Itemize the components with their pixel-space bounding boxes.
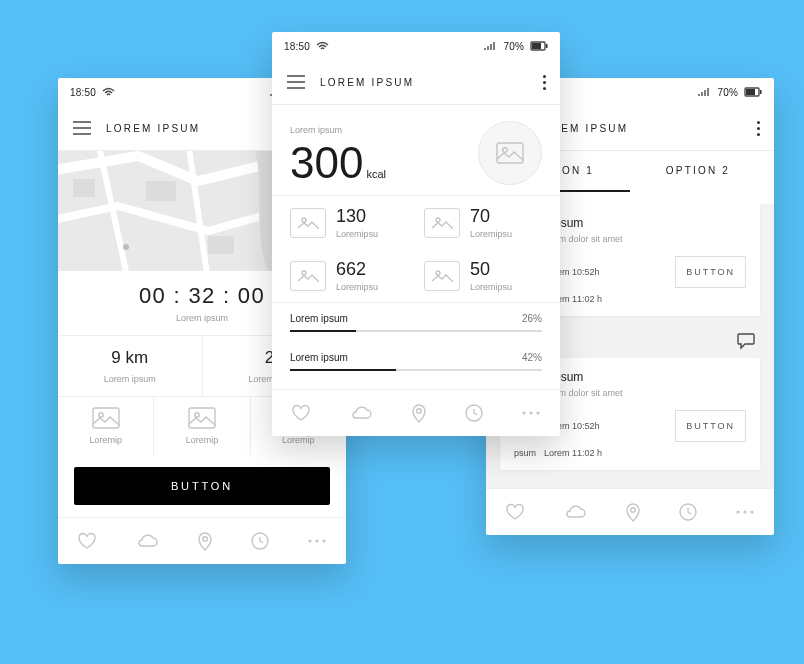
nav-clock-icon[interactable] [465, 404, 483, 422]
svg-rect-10 [189, 408, 215, 428]
svg-rect-4 [73, 179, 95, 197]
battery-icon [530, 41, 548, 51]
hero-label: Lorem ipsum [290, 125, 386, 135]
avatar-placeholder[interactable] [478, 121, 542, 185]
bottom-nav [486, 488, 774, 535]
svg-point-7 [123, 244, 129, 250]
stat-value: 70 [470, 206, 512, 227]
signal-icon [697, 87, 711, 97]
wifi-icon [102, 87, 115, 97]
image-placeholder-icon [424, 261, 460, 291]
svg-rect-5 [146, 181, 176, 201]
progress-item: Lorem ipsum42% [272, 342, 560, 381]
hero-unit: kcal [366, 168, 386, 180]
svg-rect-29 [546, 44, 548, 48]
nav-more-icon[interactable] [735, 509, 755, 515]
hamburger-icon[interactable] [72, 121, 92, 135]
image-placeholder-icon [424, 208, 460, 238]
app-header: LOREM IPSUM [272, 60, 560, 105]
nav-cloud-icon[interactable] [349, 405, 373, 421]
nav-more-icon[interactable] [307, 538, 327, 544]
card-button[interactable]: BUTTON [675, 256, 746, 288]
bottom-nav [272, 389, 560, 436]
nav-cloud-icon[interactable] [563, 504, 587, 520]
svg-rect-21 [760, 90, 762, 94]
svg-point-22 [631, 508, 636, 513]
progress-item: Lorem ipsum26% [272, 303, 560, 342]
stats-row: 130Loremipsu 70Loremipsu [272, 196, 560, 249]
svg-point-25 [743, 510, 746, 513]
wifi-icon [316, 41, 329, 51]
status-bar: 18:50 70% [272, 32, 560, 60]
svg-point-36 [417, 409, 422, 414]
svg-rect-30 [497, 143, 523, 163]
svg-point-33 [436, 218, 440, 222]
battery-icon [744, 87, 762, 97]
svg-point-26 [750, 510, 753, 513]
stats-row: 662Loremipsu 50Loremipsu [272, 249, 560, 302]
image-placeholder-icon [290, 208, 326, 238]
hamburger-icon[interactable] [286, 75, 306, 89]
kebab-icon[interactable] [543, 75, 546, 90]
svg-point-32 [302, 218, 306, 222]
svg-rect-28 [532, 43, 541, 49]
nav-heart-icon[interactable] [77, 532, 97, 550]
nav-pin-icon[interactable] [411, 403, 427, 423]
svg-point-14 [203, 537, 208, 542]
svg-point-9 [98, 413, 102, 417]
svg-point-40 [536, 411, 539, 414]
kebab-icon[interactable] [757, 121, 760, 136]
grid-item[interactable]: Loremip [153, 397, 249, 455]
svg-rect-6 [208, 236, 234, 254]
grid-item[interactable]: Loremip [58, 397, 153, 455]
signal-icon [483, 41, 497, 51]
phone-stats-screen: 18:50 70% LOREM IPSUM Lorem ipsum 300kca… [272, 32, 560, 436]
primary-button[interactable]: BUTTON [74, 467, 330, 505]
nav-pin-icon[interactable] [197, 531, 213, 551]
hero-section: Lorem ipsum 300kcal [272, 105, 560, 195]
nav-clock-icon[interactable] [251, 532, 269, 550]
svg-point-35 [436, 271, 440, 275]
stat-value: 662 [336, 259, 378, 280]
app-title: LOREM IPSUM [320, 77, 414, 88]
svg-point-18 [322, 539, 325, 542]
bottom-nav [58, 517, 346, 564]
svg-point-31 [503, 148, 507, 152]
svg-point-39 [529, 411, 532, 414]
nav-pin-icon[interactable] [625, 502, 641, 522]
nav-more-icon[interactable] [521, 410, 541, 416]
svg-point-34 [302, 271, 306, 275]
app-title: LOREM IPSUM [106, 123, 200, 134]
status-time: 18:50 [70, 87, 96, 98]
tab-option-2[interactable]: OPTION 2 [630, 151, 766, 192]
card-button[interactable]: BUTTON [675, 410, 746, 442]
svg-point-16 [308, 539, 311, 542]
svg-point-11 [195, 413, 199, 417]
metric-distance: 9 km [58, 348, 202, 368]
stat-value: 130 [336, 206, 378, 227]
hero-value: 300 [290, 138, 363, 187]
svg-point-38 [522, 411, 525, 414]
nav-heart-icon[interactable] [505, 503, 525, 521]
battery-text: 70% [717, 87, 738, 98]
svg-point-24 [736, 510, 739, 513]
nav-heart-icon[interactable] [291, 404, 311, 422]
nav-clock-icon[interactable] [679, 503, 697, 521]
svg-rect-8 [93, 408, 119, 428]
image-placeholder-icon [290, 261, 326, 291]
status-time: 18:50 [284, 41, 310, 52]
battery-text: 70% [503, 41, 524, 52]
svg-point-17 [315, 539, 318, 542]
svg-rect-20 [746, 89, 755, 95]
stat-value: 50 [470, 259, 512, 280]
nav-cloud-icon[interactable] [135, 533, 159, 549]
